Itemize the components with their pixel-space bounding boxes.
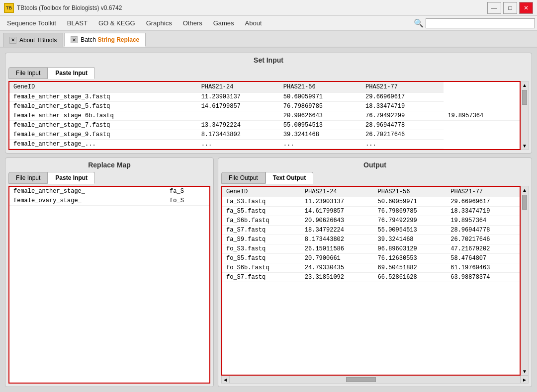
search-icon: 🔍 bbox=[414, 18, 424, 28]
replace-map-title: Replace Map bbox=[8, 161, 210, 169]
app-title: TBtools (Toolbox for Biologists) v0.6742 bbox=[17, 4, 122, 11]
tab-about-tbtools[interactable]: ✕ About TBtools bbox=[3, 33, 63, 47]
replace-map-box: Replace Map File Input Paste Input femal… bbox=[5, 157, 214, 387]
output-file-output-tab[interactable]: File Output bbox=[221, 172, 266, 184]
menu-bar: Sequence Toolkit BLAST GO & KEGG Graphic… bbox=[0, 16, 537, 31]
replace-map-file-input-tab[interactable]: File Input bbox=[8, 172, 48, 184]
hscroll-left-btn[interactable]: ◄ bbox=[221, 376, 229, 384]
output-box: Output File Output Text Output GeneID bbox=[218, 157, 532, 387]
tab-label-batch: Batch String Replace bbox=[81, 36, 139, 43]
out-col-geneid: GeneID bbox=[222, 187, 301, 197]
title-bar-controls: — □ ✕ bbox=[487, 2, 533, 14]
table-row: fa_S9.fastq8.17344380239.324146826.70217… bbox=[222, 235, 520, 244]
close-button[interactable]: ✕ bbox=[519, 2, 533, 14]
tab-batch-string-replace[interactable]: ✕ Batch String Replace bbox=[64, 33, 146, 47]
set-input-file-input-tab[interactable]: File Input bbox=[8, 67, 48, 79]
output-title: Output bbox=[221, 161, 529, 169]
set-input-scrollbar-v[interactable]: ▲ ▼ bbox=[521, 81, 529, 150]
table-row: fo_S5.fastq20.790066176.1263055358.47648… bbox=[222, 254, 520, 263]
col-phas21-77: PHAS21-77 bbox=[361, 82, 444, 92]
replace-map-section: Replace Map File Input Paste Input femal… bbox=[5, 157, 214, 387]
table-row: female_anther_stage_7.fastq13.3479222455… bbox=[9, 121, 520, 130]
table-row: female_anther_stage_6b.fastq20.906266437… bbox=[9, 111, 520, 121]
minimize-button[interactable]: — bbox=[487, 2, 501, 14]
output-text-output-tab[interactable]: Text Output bbox=[266, 172, 313, 184]
col-phas21-56: PHAS21-56 bbox=[279, 82, 361, 92]
out-col-phas21-24: PHAS21-24 bbox=[301, 187, 374, 197]
col-geneid: GeneID bbox=[9, 82, 197, 92]
output-hscroll[interactable]: ◄ ► bbox=[221, 376, 529, 384]
set-input-scrollbar-thumb[interactable] bbox=[522, 90, 527, 105]
table-row: fo_S7.fastq23.3185109266.5286162863.9887… bbox=[222, 273, 520, 282]
table-row: fa_S7.fastq18.3479222455.0095451328.9694… bbox=[222, 226, 520, 235]
menu-item-go-kegg[interactable]: GO & KEGG bbox=[93, 17, 140, 29]
bottom-row: Replace Map File Input Paste Input femal… bbox=[5, 157, 532, 387]
out-col-phas21-56: PHAS21-56 bbox=[374, 187, 447, 197]
output-scrollbar-v[interactable]: ▲ ▼ bbox=[521, 186, 529, 376]
hscroll-track[interactable] bbox=[229, 376, 521, 384]
set-input-table: GeneID PHAS21-24 PHAS21-56 PHAS21-77 fem… bbox=[9, 82, 520, 149]
search-input[interactable] bbox=[426, 18, 535, 28]
menu-item-graphics[interactable]: Graphics bbox=[141, 17, 177, 29]
title-bar: TB TBtools (Toolbox for Biologists) v0.6… bbox=[0, 0, 537, 16]
table-row: fa_S5.fastq14.6179985776.7986978518.3347… bbox=[222, 207, 520, 216]
main-content: Set Input File Input Paste Input GeneID … bbox=[0, 48, 537, 392]
maximize-button[interactable]: □ bbox=[503, 2, 517, 14]
col-phas21-24: PHAS21-24 bbox=[197, 82, 279, 92]
menu-item-blast[interactable]: BLAST bbox=[62, 17, 92, 29]
menu-search: 🔍 bbox=[414, 18, 535, 28]
tab-bar: ✕ About TBtools ✕ Batch String Replace bbox=[0, 31, 537, 48]
replace-map-table: female_anther_stage_fa_Sfemale_ovary_sta… bbox=[9, 187, 209, 206]
app-icon: TB bbox=[4, 3, 14, 13]
set-input-table-container: GeneID PHAS21-24 PHAS21-56 PHAS21-77 fem… bbox=[8, 81, 521, 150]
output-scrollbar-thumb[interactable] bbox=[522, 195, 527, 210]
menu-item-about[interactable]: About bbox=[240, 17, 267, 29]
output-table-container: GeneID PHAS21-24 PHAS21-56 PHAS21-77 fa_… bbox=[221, 186, 521, 376]
table-row: fa_S6b.fastq20.9062664376.7949229919.895… bbox=[222, 216, 520, 226]
tab-label-about: About TBtools bbox=[19, 37, 57, 44]
tab-close-about[interactable]: ✕ bbox=[9, 37, 16, 44]
set-input-paste-input-tab[interactable]: Paste Input bbox=[48, 67, 95, 79]
table-row: female_anther_stage_fa_S bbox=[9, 187, 209, 196]
out-col-phas21-77: PHAS21-77 bbox=[447, 187, 520, 197]
table-row: female_anther_stage_3.fastq11.2390313750… bbox=[9, 92, 520, 102]
set-input-subtabs: File Input Paste Input bbox=[8, 67, 529, 79]
output-table: GeneID PHAS21-24 PHAS21-56 PHAS21-77 fa_… bbox=[222, 187, 520, 282]
tab-close-batch[interactable]: ✕ bbox=[71, 36, 78, 43]
menu-item-sequence-toolkit[interactable]: Sequence Toolkit bbox=[2, 17, 61, 29]
table-row: fo_S6b.fastq24.7933043569.5045188261.197… bbox=[222, 263, 520, 273]
replace-map-paste-input-tab[interactable]: Paste Input bbox=[48, 172, 95, 184]
output-section: Output File Output Text Output GeneID bbox=[218, 157, 532, 387]
set-input-section: Set Input File Input Paste Input GeneID … bbox=[5, 53, 532, 154]
replace-map-subtabs: File Input Paste Input bbox=[8, 172, 210, 184]
hscroll-thumb[interactable] bbox=[346, 377, 376, 382]
table-row: female_anther_stage_9.fastq8.17344380239… bbox=[9, 130, 520, 140]
table-row: fo_S3.fastq26.1501158696.8960312947.2167… bbox=[222, 244, 520, 254]
table-row: female_anther_stage_............ bbox=[9, 140, 520, 149]
table-row: female_anther_stage_5.fastq14.6179985776… bbox=[9, 102, 520, 111]
menu-item-games[interactable]: Games bbox=[208, 17, 239, 29]
menu-item-others[interactable]: Others bbox=[178, 17, 207, 29]
set-input-title: Set Input bbox=[8, 56, 529, 64]
title-bar-left: TB TBtools (Toolbox for Biologists) v0.6… bbox=[4, 3, 122, 13]
table-row: fa_S3.fastq11.2390313750.6005997129.6696… bbox=[222, 197, 520, 207]
output-subtabs: File Output Text Output bbox=[221, 172, 529, 184]
replace-map-table-container: female_anther_stage_fa_Sfemale_ovary_sta… bbox=[8, 186, 210, 384]
hscroll-right-btn[interactable]: ► bbox=[521, 376, 529, 384]
table-row: female_ovary_stage_fo_S bbox=[9, 196, 209, 206]
